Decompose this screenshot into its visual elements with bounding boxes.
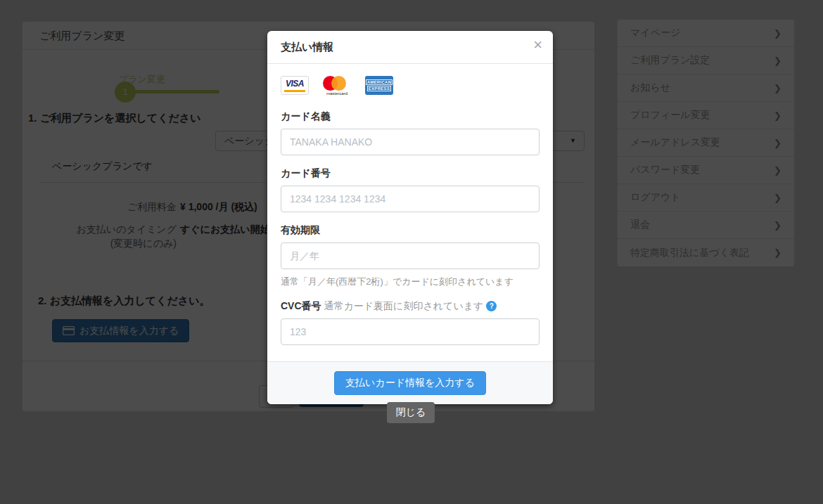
close-icon[interactable]: ×: [533, 37, 542, 53]
card-name-input[interactable]: [281, 129, 540, 155]
card-name-label: カード名義: [281, 110, 540, 123]
visa-wordmark: VISA: [281, 79, 308, 89]
close-modal-button[interactable]: 閉じる: [387, 402, 435, 423]
expiry-helper-text: 通常「月／年(西暦下2桁)」でカードに刻印されています: [281, 276, 540, 288]
cvc-label: CVC番号: [281, 300, 321, 311]
card-number-group: カード番号: [281, 167, 540, 212]
amex-wordmark-line1: AMERICAN: [366, 79, 393, 85]
visa-logo-icon: VISA: [281, 76, 309, 95]
cvc-label-row: CVC番号 通常カード裏面に刻印されています ?: [281, 300, 540, 313]
card-number-label: カード番号: [281, 167, 540, 180]
submit-card-info-button[interactable]: 支払いカード情報を入力する: [334, 371, 486, 395]
card-name-group: カード名義: [281, 110, 540, 155]
cvc-group: CVC番号 通常カード裏面に刻印されています ?: [281, 300, 540, 345]
expiry-label: 有効期限: [281, 224, 540, 237]
help-icon[interactable]: ?: [486, 301, 497, 311]
expiry-group: 有効期限 通常「月／年(西暦下2桁)」でカードに刻印されています: [281, 224, 540, 288]
cvc-label-note: 通常カード裏面に刻印されています: [324, 300, 483, 311]
payment-info-modal: 支払い情報 × VISA mastercard AMERICAN EXPRESS…: [267, 31, 553, 404]
mastercard-logo-icon: mastercard: [321, 76, 352, 95]
card-number-input[interactable]: [281, 186, 540, 212]
expiry-input[interactable]: [281, 243, 540, 269]
visa-orange-bar: [284, 90, 305, 92]
modal-header: 支払い情報 ×: [267, 31, 553, 64]
accepted-card-brands: VISA mastercard AMERICAN EXPRESS: [281, 76, 540, 95]
amex-logo-icon: AMERICAN EXPRESS: [365, 76, 393, 95]
mastercard-wordmark: mastercard: [321, 91, 352, 96]
modal-title: 支払い情報: [281, 41, 333, 53]
modal-footer: 支払いカード情報を入力する: [267, 361, 553, 404]
amex-wordmark-line2: EXPRESS: [367, 86, 391, 91]
cvc-input[interactable]: [281, 318, 540, 345]
modal-body: VISA mastercard AMERICAN EXPRESS カード名義 カ…: [267, 64, 553, 361]
mastercard-orange-circle: [331, 76, 346, 91]
